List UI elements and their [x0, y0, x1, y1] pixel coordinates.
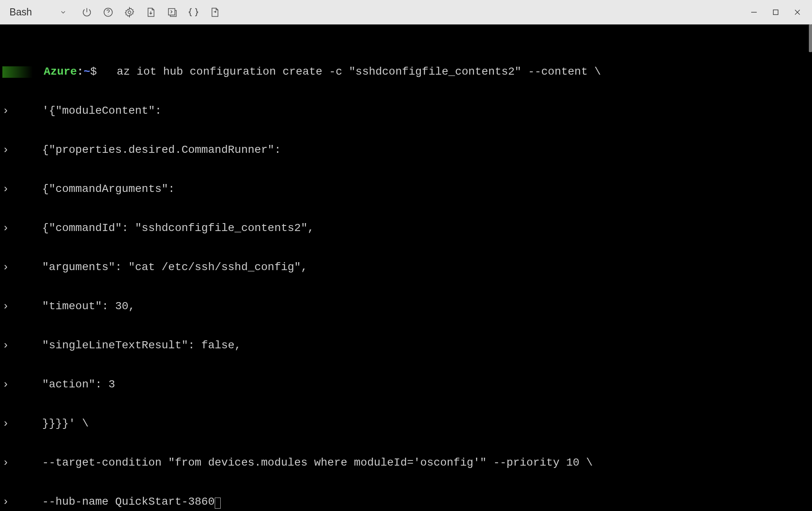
terminal-line: › '{"moduleContent": [2, 104, 810, 117]
terminal-line: › {"properties.desired.CommandRunner": [2, 143, 810, 156]
terminal-text: --target-condition "from devices.modules… [9, 457, 593, 469]
terminal-line: › "arguments": "cat /etc/ssh/sshd_config… [2, 261, 810, 274]
terminal-text: }}}}' \ [9, 417, 89, 430]
terminal-scrollbar[interactable] [809, 24, 812, 52]
terminal-line: › "timeout": 30, [2, 300, 810, 313]
shell-selector-label: Bash [9, 6, 32, 18]
maximize-icon [772, 9, 779, 16]
continuation-prompt: › [2, 105, 9, 117]
file-open-icon [209, 7, 220, 18]
terminal-line: › --target-condition "from devices.modul… [2, 456, 810, 469]
continuation-prompt: › [2, 457, 9, 469]
new-session-button[interactable] [161, 2, 183, 23]
svg-point-2 [128, 11, 131, 13]
cloud-shell-toolbar: Bash [0, 0, 812, 24]
terminal-line: › }}}}' \ [2, 417, 810, 430]
terminal-pane[interactable]: Azure:~$ az iot hub configuration create… [0, 24, 812, 511]
minimize-icon [750, 9, 758, 16]
help-icon [103, 7, 114, 18]
terminal-text: --hub-name QuickStart-3860 [9, 496, 215, 508]
prompt-user [2, 66, 44, 78]
close-button[interactable] [786, 1, 808, 23]
continuation-prompt: › [2, 417, 9, 430]
file-download-icon [145, 7, 156, 18]
window-controls [743, 0, 808, 24]
terminal-text: {"commandArguments": [9, 183, 175, 195]
power-icon [81, 7, 92, 18]
gear-icon [124, 7, 135, 18]
minimize-button[interactable] [743, 1, 765, 23]
continuation-prompt: › [2, 496, 9, 508]
settings-button[interactable] [119, 2, 140, 23]
editor-button[interactable] [183, 2, 204, 23]
prompt-path: ~ [84, 66, 90, 78]
terminal-text: {"commandId": "sshdconfigfile_contents2"… [9, 222, 314, 234]
toolbar-icon-group [76, 2, 225, 23]
restart-button[interactable] [76, 2, 98, 23]
continuation-prompt: › [2, 183, 9, 195]
new-session-icon [167, 7, 178, 18]
web-preview-button[interactable] [204, 2, 225, 23]
terminal-line: › "singleLineTextResult": false, [2, 339, 810, 352]
terminal-text: '{"moduleContent": [9, 105, 161, 117]
continuation-prompt: › [2, 222, 9, 234]
close-icon [794, 9, 801, 16]
terminal-line: › {"commandArguments": [2, 182, 810, 195]
continuation-prompt: › [2, 261, 9, 273]
terminal-text: "action": 3 [9, 378, 115, 391]
help-button[interactable] [98, 2, 119, 23]
upload-download-button[interactable] [140, 2, 161, 23]
continuation-prompt: › [2, 300, 9, 312]
terminal-text: "timeout": 30, [9, 300, 135, 312]
svg-rect-5 [773, 10, 778, 15]
terminal-command: az iot hub configuration create -c "sshd… [97, 66, 601, 78]
continuation-prompt: › [2, 144, 9, 156]
terminal-cursor [215, 498, 221, 509]
prompt-dollar: $ [90, 66, 97, 78]
terminal-line: › --hub-name QuickStart-3860 [2, 495, 810, 508]
terminal-text: "arguments": "cat /etc/ssh/sshd_config", [9, 261, 308, 273]
continuation-prompt: › [2, 339, 9, 351]
terminal-text: {"properties.desired.CommandRunner": [9, 144, 281, 156]
chevron-down-icon [60, 9, 67, 16]
terminal-line: › {"commandId": "sshdconfigfile_contents… [2, 222, 810, 235]
terminal-line-prompt: Azure:~$ az iot hub configuration create… [2, 65, 810, 78]
braces-icon [188, 7, 199, 18]
shell-selector[interactable]: Bash [4, 0, 72, 24]
prompt-host: Azure [44, 66, 77, 78]
terminal-line: › "action": 3 [2, 378, 810, 391]
continuation-prompt: › [2, 378, 9, 391]
prompt-colon: : [77, 66, 84, 78]
terminal-text: "singleLineTextResult": false, [9, 339, 241, 351]
svg-point-1 [108, 14, 108, 15]
maximize-button[interactable] [765, 1, 786, 23]
